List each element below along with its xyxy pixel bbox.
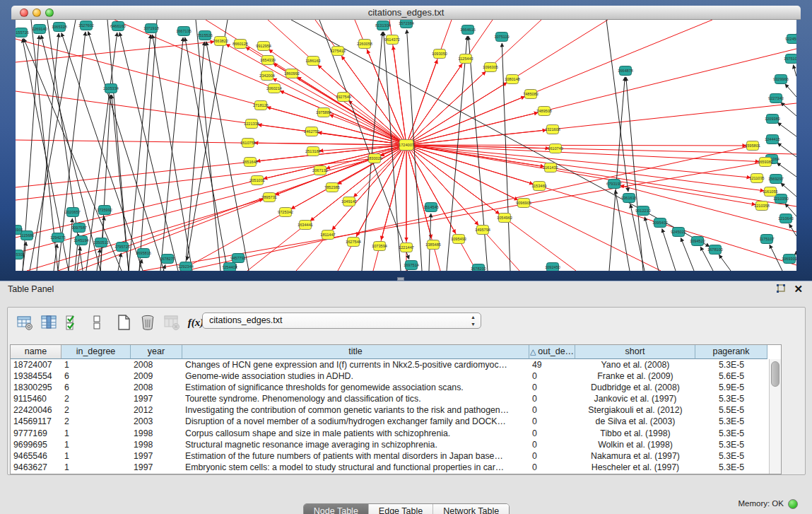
cell-pagerank[interactable]: 5.3E-5 [695,439,767,450]
graph-node[interactable]: 1145194 [73,236,88,245]
cell-year[interactable]: 1997 [131,450,182,462]
cell-short[interactable]: de Silva et al. (2003) [575,416,695,427]
graph-edge[interactable] [793,65,796,76]
graph-edge[interactable] [626,77,643,271]
graph-node[interactable]: 1209383 [765,115,780,124]
cell-in_degree[interactable]: 1 [61,428,131,439]
select-column-icon[interactable] [39,313,59,332]
graph-node[interactable]: 1095402 [652,218,668,228]
graph-node[interactable]: 1678100 [707,245,723,255]
graph-edge[interactable] [407,270,408,271]
table-row[interactable]: 1830029562008Estimation of significance … [11,382,769,393]
cell-out_degree[interactable]: 0 [529,428,575,439]
cell-year[interactable]: 2008 [131,359,182,370]
cell-title[interactable]: Corpus callosum shape and size in male p… [182,428,529,439]
graph-node[interactable]: 9097587 [71,223,87,233]
cell-year[interactable]: 2003 [131,416,182,427]
cell-in_degree[interactable]: 6 [61,370,131,382]
table-selector-dropdown[interactable]: citations_edges.txt ▲▼ [202,313,481,329]
cell-out_degree[interactable]: 0 [529,370,575,382]
graph-node[interactable]: 1678275 [160,255,175,264]
graph-edge[interactable] [187,20,228,260]
graph-node[interactable]: 1080148 [505,75,520,84]
graph-node[interactable]: 8660128 [233,40,248,49]
table-scrollbar-thumb[interactable] [771,361,779,387]
graph-node[interactable]: 7489508 [536,107,552,116]
cell-name[interactable]: 22420046 [11,404,61,416]
cell-out_degree[interactable]: 0 [529,450,575,462]
network-window-titlebar[interactable]: citations_edges.txt [11,6,801,20]
network-canvas[interactable]: 9155726326914010653281527602646616010719… [16,20,796,271]
cell-in_degree[interactable]: 1 [61,462,131,473]
table-row[interactable]: 946362711997Embryonic stem cells: a mode… [11,462,769,473]
cell-short[interactable]: Dudbridge et al. (2008) [575,382,695,393]
graph-node[interactable]: 1385485 [425,240,441,250]
graph-node[interactable]: 2051031 [249,176,265,185]
graph-node[interactable]: 1221338 [244,119,259,129]
cell-name[interactable]: 9777169 [11,428,61,439]
cell-name[interactable]: 9699695 [11,439,61,450]
row-height-icon[interactable] [87,313,107,332]
graph-edge[interactable] [606,20,628,192]
graph-node[interactable]: 9912954 [256,42,271,51]
graph-edge[interactable] [163,264,165,271]
graph-edge[interactable] [406,145,518,200]
cell-short[interactable]: Stergiakouli et al. (2012) [575,404,695,416]
column-header-out_degree[interactable]: △out_de… [529,345,575,359]
graph-node[interactable]: 1830029 [367,154,382,163]
cell-year[interactable]: 2009 [131,370,182,382]
table-row[interactable]: 2242004622012Investigating the contribut… [11,404,769,416]
graph-node[interactable]: 7663822 [213,37,228,46]
graph-node[interactable]: 9227343 [768,94,784,103]
graph-node[interactable]: 1860992 [284,69,300,78]
graph-edge[interactable] [139,20,157,271]
cell-name[interactable]: 18724007 [11,359,61,370]
graph-node[interactable]: 9224500 [785,35,796,44]
cell-year[interactable]: 1998 [131,439,182,450]
graph-node[interactable]: 9457791 [230,254,246,263]
graph-node[interactable]: 1054963 [497,214,512,223]
column-header-pagerank[interactable]: pagerank [695,345,767,359]
delete-table-icon[interactable] [162,313,182,332]
graph-node[interactable]: 2718126 [253,101,269,110]
table-row[interactable]: 969969511998Structural magnetic resonanc… [11,439,769,450]
cell-pagerank[interactable]: 5.5E-5 [695,404,767,416]
table-row[interactable]: 1872400712008Changes of HCN gene express… [11,359,769,370]
graph-node[interactable]: 9245022 [671,228,686,237]
graph-node[interactable]: 1175107 [759,235,774,244]
graph-node[interactable]: 7895731 [261,193,277,202]
cell-year[interactable]: 1998 [131,428,182,439]
graph-edge[interactable] [206,42,249,271]
graph-node[interactable]: 1153469 [531,182,546,191]
cell-in_degree[interactable]: 6 [61,382,131,393]
cell-in_degree[interactable]: 1 [61,359,131,370]
graph-edge[interactable] [16,158,375,200]
cell-year[interactable]: 1997 [131,393,182,404]
cell-out_degree[interactable]: 0 [529,462,575,473]
cell-title[interactable]: Tourette syndrome. Phenomenology and cla… [182,393,529,404]
cell-year[interactable]: 2012 [131,404,182,416]
graph-node[interactable]: 1627544 [346,238,361,247]
cell-out_degree[interactable]: 0 [529,393,575,404]
graph-node[interactable]: 1811447 [320,230,335,240]
cell-pagerank[interactable]: 5.3E-5 [695,462,767,473]
graph-node[interactable]: 1975884 [316,108,331,117]
network-window[interactable]: citations_edges.txt 91557263269140106532… [11,6,801,273]
graph-edge[interactable] [196,20,220,271]
cell-title[interactable]: Investigating the contribution of common… [182,404,529,416]
graph-edge[interactable] [406,145,751,177]
new-document-icon[interactable] [114,313,134,332]
graph-node[interactable]: 1664878 [618,66,633,76]
graph-node[interactable]: 1527602 [78,21,94,30]
graph-node[interactable]: 6793197 [606,180,622,189]
graph-node[interactable]: 1678200 [471,264,486,271]
graph-node[interactable]: 1795725 [114,243,130,252]
column-header-short[interactable]: short [575,345,695,359]
cell-in_degree[interactable]: 1 [61,450,131,462]
cell-pagerank[interactable]: 5.6E-5 [695,370,767,382]
graph-node[interactable]: 1075119 [494,33,509,42]
column-header-year[interactable]: year [131,345,182,359]
cell-title[interactable]: Embryonic stem cells: a model to study s… [182,462,529,473]
cell-pagerank[interactable]: 5.3E-5 [695,450,767,462]
show-checked-columns-icon[interactable] [63,313,83,332]
